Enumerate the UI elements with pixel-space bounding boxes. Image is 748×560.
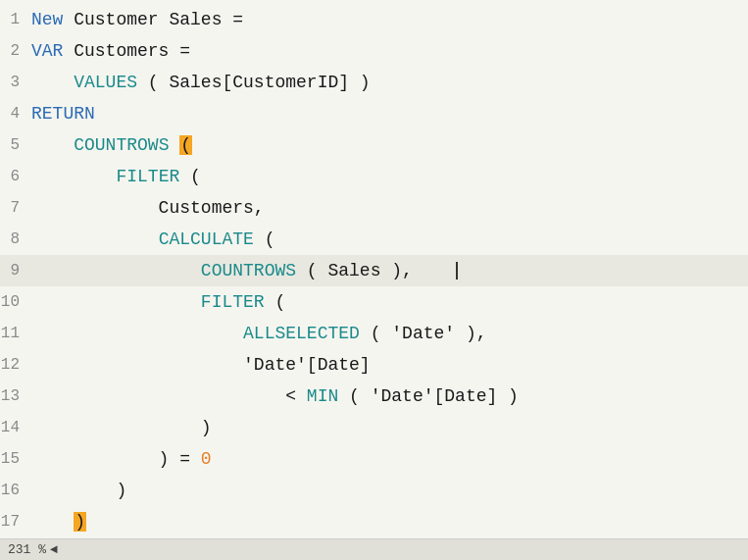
table-row: 1 New Customer Sales = [0,4,748,35]
code-editor: 1 New Customer Sales = 2 VAR Customers =… [0,0,748,560]
table-row: 15 ) = 0 [0,443,748,475]
table-row: 16 ) [0,475,748,506]
table-row: 4 RETURN [0,98,748,129]
table-row: 7 Customers, [0,192,748,224]
table-row: 13 < MIN ( 'Date'[Date] ) [0,381,748,412]
table-row: 12 'Date'[Date] [0,349,748,381]
zoom-level: 231 % [8,542,46,557]
table-row: 2 VAR Customers = [0,35,748,67]
table-row: 14 ) [0,412,748,443]
scroll-indicator: ◄ [50,542,58,557]
table-row: 9 COUNTROWS ( Sales ), [0,255,748,286]
table-row: 3 VALUES ( Sales[CustomerID] ) [0,67,748,98]
table-row: 17 ) [0,506,748,537]
table-row: 10 FILTER ( [0,286,748,318]
table-row: 8 CALCULATE ( [0,224,748,255]
table-row: 11 ALLSELECTED ( 'Date' ), [0,318,748,349]
code-area[interactable]: 1 New Customer Sales = 2 VAR Customers =… [0,0,748,538]
table-row: 5 COUNTROWS ( [0,129,748,161]
status-bar: 231 % ◄ [0,538,748,560]
table-row: 6 FILTER ( [0,161,748,192]
